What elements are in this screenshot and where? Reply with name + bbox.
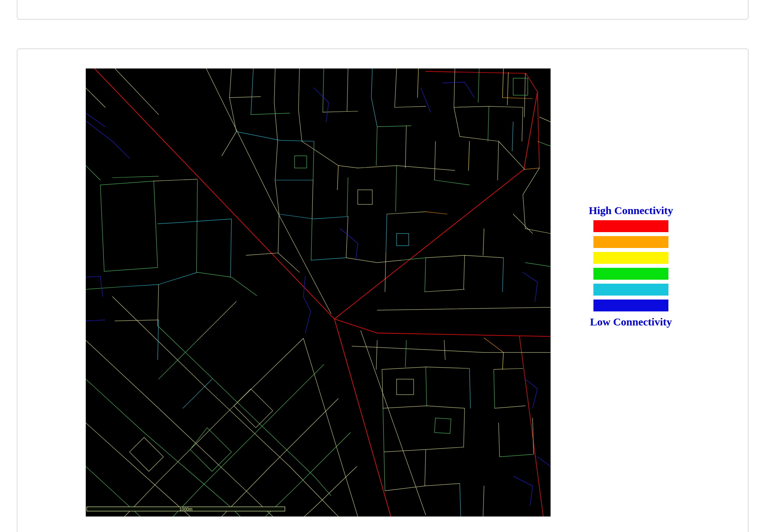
street-network-map: 1000m — [86, 68, 551, 517]
legend-swatches — [575, 220, 687, 311]
legend-swatch — [593, 268, 668, 280]
legend-swatch — [593, 284, 668, 296]
map-background — [86, 68, 551, 517]
legend-swatch — [593, 236, 668, 248]
legend-high-label: High Connectivity — [575, 204, 687, 217]
legend-swatch — [593, 252, 668, 264]
map-figure: 1000m — [86, 68, 551, 517]
top-panel — [17, 0, 748, 19]
legend-swatch — [593, 220, 668, 232]
legend: High Connectivity Low Connectivity — [575, 204, 687, 328]
legend-swatch — [593, 300, 668, 311]
legend-low-label: Low Connectivity — [575, 316, 687, 328]
scale-bar-label: 1000m — [179, 507, 192, 512]
figure-panel: 1000m High Connectivity Low Connectivity — [17, 49, 748, 532]
scale-bar: 1000m — [87, 507, 285, 512]
